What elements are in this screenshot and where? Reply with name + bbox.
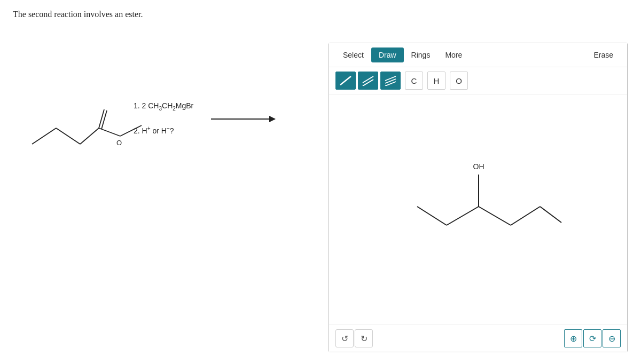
page-description: The second reaction involves an ester. [13, 10, 143, 19]
select-button[interactable]: Select [335, 48, 371, 62]
oxygen-button[interactable]: O [450, 72, 468, 90]
hydrogen-button[interactable]: H [427, 72, 445, 90]
draw-panel: Select Draw Rings More Erase [329, 43, 628, 352]
single-bond-button[interactable] [335, 72, 356, 90]
erase-button[interactable]: Erase [586, 48, 621, 62]
svg-line-2 [80, 128, 99, 144]
svg-line-20 [540, 207, 561, 223]
bottom-toolbar: ↺ ↻ ⊕ ⟳ ⊖ [329, 325, 627, 352]
reaction-arrow [211, 118, 275, 120]
reaction-area: 1. 2 CH3CH2MgBr 2. H+ or H−? [118, 91, 315, 187]
redo-button[interactable]: ↻ [355, 329, 373, 347]
svg-line-17 [417, 207, 447, 225]
svg-line-5 [99, 128, 120, 136]
more-button[interactable]: More [437, 48, 470, 62]
toolbar: Select Draw Rings More Erase [329, 43, 627, 67]
undo-button[interactable]: ↺ [335, 329, 354, 347]
zoom-group: ⊕ ⟳ ⊖ [564, 329, 621, 347]
zoom-in-button[interactable]: ⊕ [564, 329, 582, 347]
svg-line-9 [363, 76, 373, 83]
svg-line-0 [32, 128, 56, 144]
molecule-drawing: OH [372, 110, 585, 303]
carbon-button[interactable]: C [405, 72, 423, 90]
zoom-reset-button[interactable]: ⟳ [583, 329, 601, 347]
svg-text:OH: OH [473, 162, 484, 171]
canvas-area[interactable]: OH [329, 94, 627, 324]
svg-line-1 [56, 128, 80, 144]
svg-line-3 [99, 109, 104, 128]
zoom-out-button[interactable]: ⊖ [603, 329, 621, 347]
double-bond-button[interactable] [358, 72, 378, 90]
svg-line-18 [479, 207, 511, 225]
svg-line-19 [511, 207, 540, 225]
reaction-step2: 2. H+ or H−? [134, 125, 174, 135]
svg-line-10 [363, 80, 373, 86]
rings-button[interactable]: Rings [404, 48, 438, 62]
undo-redo-group: ↺ ↻ [335, 329, 373, 347]
svg-line-16 [447, 207, 479, 225]
svg-line-8 [340, 76, 351, 85]
svg-line-4 [101, 110, 107, 129]
reaction-step1: 1. 2 CH3CH2MgBr [134, 101, 193, 112]
bond-row: C H O [329, 67, 627, 94]
triple-bond-button[interactable] [380, 72, 401, 90]
draw-button[interactable]: Draw [371, 48, 404, 62]
